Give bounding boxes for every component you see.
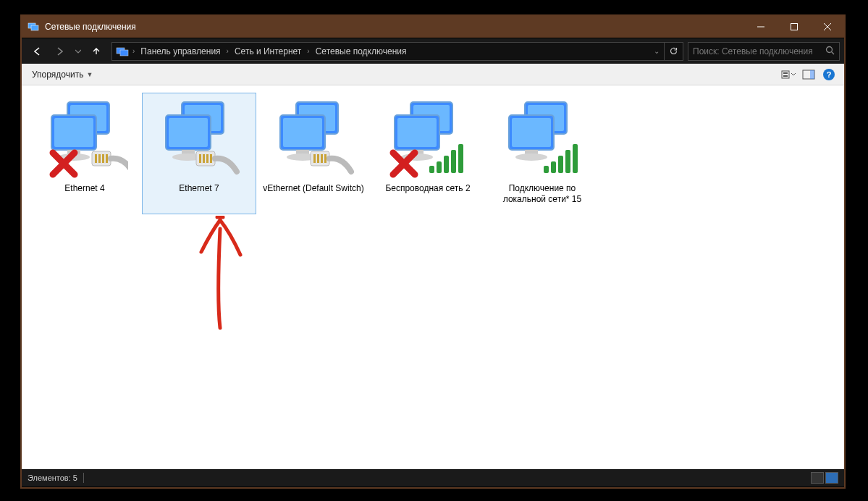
- search-placeholder: Поиск: Сетевые подключения: [693, 46, 813, 56]
- minimize-button[interactable]: [744, 16, 778, 38]
- svg-rect-46: [313, 154, 316, 163]
- chevron-right-icon[interactable]: ›: [306, 47, 311, 55]
- svg-rect-11: [783, 72, 788, 74]
- svg-rect-48: [321, 154, 323, 163]
- connection-label: Ethernet 7: [177, 183, 220, 194]
- svg-point-8: [827, 46, 833, 52]
- control-panel-icon: [115, 44, 130, 59]
- search-input[interactable]: Поиск: Сетевые подключения: [688, 42, 840, 61]
- ethernet-connected-icon: [156, 96, 243, 183]
- svg-rect-14: [810, 70, 814, 79]
- svg-rect-25: [106, 154, 108, 163]
- organize-button[interactable]: Упорядочить ▼: [28, 67, 97, 83]
- svg-rect-23: [98, 154, 101, 163]
- wifi-disconnected-icon: [384, 96, 471, 183]
- chevron-right-icon[interactable]: ›: [131, 47, 136, 55]
- statusbar: Элементов: 5: [22, 469, 844, 487]
- svg-rect-49: [324, 154, 326, 163]
- svg-rect-38: [210, 154, 212, 163]
- back-button[interactable]: [26, 41, 48, 62]
- content-area[interactable]: Ethernet 4 Ethernet 7: [22, 85, 844, 469]
- address-bar[interactable]: › Панель управления › Сеть и Интернет › …: [111, 42, 683, 61]
- connection-item[interactable]: Ethernet 4: [28, 93, 142, 214]
- ethernet-connected-icon: [270, 96, 357, 183]
- forward-button[interactable]: [49, 41, 71, 62]
- titlebar: Сетевые подключения: [22, 16, 844, 38]
- svg-line-9: [832, 51, 835, 54]
- connection-item[interactable]: Подключение по локальной сети* 15: [485, 93, 599, 214]
- svg-rect-37: [206, 154, 208, 163]
- close-button[interactable]: [811, 16, 844, 38]
- svg-rect-71: [558, 156, 563, 173]
- svg-rect-24: [102, 154, 104, 163]
- connection-label: Ethernet 4: [63, 183, 106, 194]
- svg-rect-58: [444, 156, 449, 173]
- svg-rect-53: [397, 118, 437, 147]
- svg-rect-57: [437, 161, 442, 173]
- app-icon: [28, 21, 39, 33]
- address-dropdown[interactable]: ⌄: [652, 47, 661, 55]
- breadcrumb-segment[interactable]: Сетевые подключения: [311, 43, 411, 60]
- svg-rect-47: [317, 154, 319, 163]
- wifi-connected-icon: [499, 96, 586, 183]
- view-options-button[interactable]: [779, 67, 798, 83]
- recent-dropdown[interactable]: [72, 41, 84, 62]
- svg-rect-42: [283, 118, 322, 147]
- ethernet-disconnected-icon: [41, 96, 128, 183]
- svg-rect-66: [512, 118, 551, 147]
- svg-rect-12: [783, 75, 788, 77]
- breadcrumb-segment[interactable]: Сеть и Интернет: [230, 43, 306, 60]
- breadcrumb-segment[interactable]: Панель управления: [136, 43, 224, 60]
- connection-item[interactable]: Ethernet 7: [142, 93, 256, 214]
- svg-rect-36: [203, 154, 205, 163]
- window-title: Сетевые подключения: [45, 22, 744, 32]
- svg-rect-31: [169, 118, 208, 147]
- maximize-button[interactable]: [778, 16, 811, 38]
- connection-label: Беспроводная сеть 2: [384, 183, 471, 194]
- svg-rect-72: [565, 150, 570, 173]
- item-count: Элементов: 5: [28, 473, 77, 482]
- svg-rect-35: [199, 154, 201, 163]
- annotation-arrow: [188, 216, 253, 332]
- svg-rect-7: [120, 50, 128, 56]
- svg-rect-59: [451, 150, 456, 173]
- toolbar: Упорядочить ▼ ?: [22, 64, 844, 85]
- connection-item[interactable]: Беспроводная сеть 2: [371, 93, 485, 214]
- chevron-right-icon[interactable]: ›: [225, 47, 230, 55]
- window-frame: Сетевые подключения › Панель у: [20, 14, 846, 489]
- connection-label: Подключение по локальной сети* 15: [489, 183, 596, 205]
- svg-rect-73: [573, 144, 578, 173]
- svg-rect-69: [544, 166, 549, 173]
- svg-rect-1: [31, 25, 38, 30]
- navbar: › Панель управления › Сеть и Интернет › …: [22, 38, 844, 64]
- connection-item[interactable]: vEthernet (Default Switch): [256, 93, 371, 214]
- dropdown-icon: ▼: [86, 71, 93, 78]
- up-button[interactable]: [85, 41, 107, 62]
- svg-rect-3: [791, 24, 798, 30]
- svg-rect-70: [551, 161, 556, 173]
- connection-label: vEthernet (Default Switch): [261, 183, 365, 194]
- svg-rect-60: [458, 144, 463, 173]
- search-icon: [825, 46, 835, 57]
- svg-rect-18: [54, 118, 93, 147]
- details-view-button[interactable]: [811, 472, 824, 484]
- svg-rect-22: [95, 154, 97, 163]
- svg-point-68: [515, 153, 547, 161]
- large-icons-view-button[interactable]: [825, 472, 838, 484]
- help-button[interactable]: ?: [819, 67, 838, 83]
- svg-rect-10: [782, 71, 789, 78]
- refresh-button[interactable]: [664, 43, 683, 60]
- svg-rect-56: [429, 166, 434, 173]
- preview-pane-button[interactable]: [799, 67, 818, 83]
